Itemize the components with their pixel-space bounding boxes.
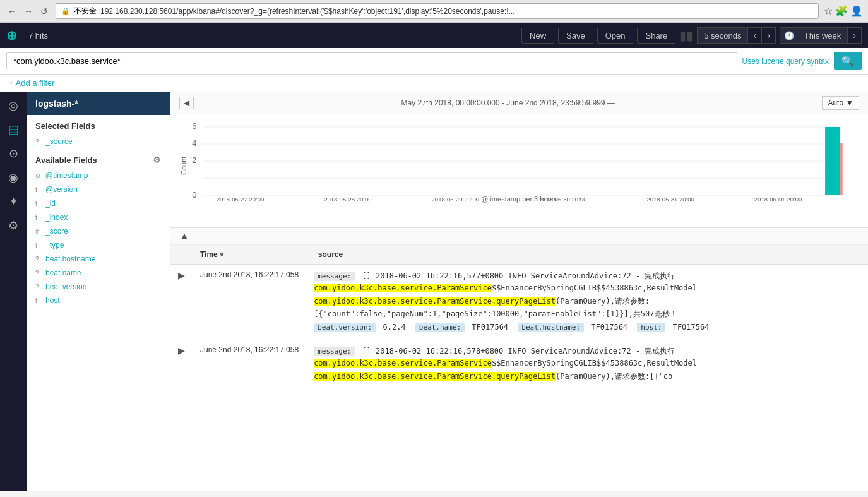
- available-fields-label: Available Fields: [35, 155, 97, 165]
- share-button[interactable]: Share: [637, 28, 675, 44]
- svg-rect-16: [840, 143, 843, 195]
- security-label: 不安全: [74, 6, 97, 16]
- field-name-beat-version: beat.version: [45, 282, 86, 291]
- prev-refresh-button[interactable]: ‹: [747, 28, 761, 43]
- interval-selector[interactable]: Auto ▼: [822, 96, 859, 110]
- svg-text:2018-05-28 20:00: 2018-05-28 20:00: [324, 196, 372, 203]
- host-badge-1: host:: [637, 323, 665, 332]
- field-host[interactable]: t host: [27, 294, 170, 308]
- source-line-4: com.yidoo.k3c.base.service.ParamService.…: [314, 371, 860, 383]
- field-name-index: _index: [45, 213, 68, 222]
- nav-dashboard-icon[interactable]: ⊙: [9, 147, 18, 160]
- content-area: ◀ May 27th 2018, 00:00:00.000 - June 2nd…: [170, 92, 868, 491]
- nav-visualize-icon[interactable]: ▤: [8, 123, 19, 136]
- highlight-service-1: com.yidoo.k3c.base.service.ParamService: [314, 284, 492, 292]
- expand-cell-2: ▶: [170, 340, 193, 390]
- bookmark-icon[interactable]: ☆: [824, 5, 833, 17]
- filter-bar: + Add a filter: [0, 75, 868, 92]
- profile-icon[interactable]: 👤: [850, 5, 863, 17]
- field-index[interactable]: t _index: [27, 210, 170, 224]
- svg-text:6: 6: [192, 122, 196, 131]
- svg-text:2018-05-27 20:00: 2018-05-27 20:00: [217, 196, 265, 203]
- field-score[interactable]: # _score: [27, 224, 170, 238]
- field-type-field[interactable]: t _type: [27, 238, 170, 252]
- nav-timelion-icon[interactable]: ◉: [8, 171, 18, 184]
- field-id[interactable]: t _id: [27, 196, 170, 210]
- beat-hostname-badge-1: beat.hostname:: [518, 323, 584, 332]
- field-beat-version[interactable]: ? beat.version: [27, 280, 170, 294]
- beat-version-val-1: 6.2.4: [383, 323, 405, 332]
- col-time-header[interactable]: Time ▿: [193, 245, 306, 265]
- source-text-prefix-1: [] 2018-06-02 16:22:16,577+0800 INFO Ser…: [362, 272, 675, 280]
- field-timestamp[interactable]: ⊙ @timestamp: [27, 169, 170, 183]
- field-type-score: #: [35, 228, 42, 235]
- source-middle-2: $$EnhancerBySpringCGLIB$$4538863c,Result…: [492, 359, 697, 368]
- fields-settings-icon[interactable]: ⚙: [153, 155, 161, 165]
- field-beat-name[interactable]: ? beat.name: [27, 266, 170, 280]
- time-range-display: May 27th 2018, 00:00:00.000 - June 2nd 2…: [200, 99, 816, 107]
- field-type-beat-hostname: ?: [35, 256, 42, 263]
- field-name-host: host: [45, 296, 60, 305]
- lucene-syntax-link[interactable]: Uses lucene query syntax: [742, 57, 829, 66]
- back-button[interactable]: ←: [5, 5, 19, 18]
- security-icon: 🔒: [61, 7, 70, 15]
- search-input[interactable]: [6, 52, 737, 69]
- forward-button[interactable]: →: [21, 5, 35, 18]
- message-badge-2: message:: [314, 347, 355, 356]
- expand-all-button[interactable]: ▲: [179, 231, 189, 242]
- new-button[interactable]: New: [521, 28, 554, 44]
- expand-cell-1: ▶: [170, 265, 193, 340]
- source-text-prefix-2: [] 2018-06-02 16:22:16,578+0800 INFO Ser…: [362, 347, 675, 356]
- time-range-value: This week: [798, 28, 848, 43]
- refresh-interval-control[interactable]: 5 seconds ‹ ›: [697, 27, 776, 44]
- selected-field-source[interactable]: ? _source: [27, 135, 170, 148]
- next-refresh-button[interactable]: ›: [761, 28, 775, 43]
- svg-text:0: 0: [192, 191, 196, 200]
- field-type-beat-name: ?: [35, 270, 42, 277]
- kibana-logo: ⊕: [6, 28, 17, 43]
- field-type-host: t: [35, 297, 42, 304]
- time-range-expand-button[interactable]: ›: [847, 28, 861, 43]
- results-area[interactable]: Time ▿ _source ▶ June 2nd 2018, 16:22:17…: [170, 245, 868, 491]
- collapse-chart-button[interactable]: ◀: [179, 97, 194, 109]
- save-button[interactable]: Save: [558, 28, 593, 44]
- nav-discover-icon[interactable]: ◎: [8, 99, 18, 112]
- expand-row-button-1[interactable]: ▶: [178, 270, 185, 280]
- field-version[interactable]: t @version: [27, 183, 170, 196]
- source-line-3: message: [] 2018-06-02 16:22:16,578+0800…: [314, 345, 860, 369]
- y-axis-label: Count: [180, 156, 187, 174]
- time-cell-1: June 2nd 2018, 16:22:17.058: [193, 265, 306, 340]
- refresh-interval-value: 5 seconds: [698, 28, 747, 43]
- clock-icon: 🕐: [780, 28, 798, 43]
- browser-nav[interactable]: ← → ↺: [5, 5, 51, 18]
- expand-row-button-2[interactable]: ▶: [178, 345, 185, 356]
- fields-sidebar: logstash-* Selected Fields ? _source Ava…: [27, 92, 170, 491]
- field-name-score: _score: [45, 227, 68, 236]
- highlight-method-2: com.yidoo.k3c.base.service.ParamService.…: [314, 372, 556, 381]
- nav-devtools-icon[interactable]: ✦: [9, 195, 18, 208]
- address-bar[interactable]: 🔒 不安全 192.168.230.128:5601/app/kibana#/d…: [56, 3, 819, 19]
- open-button[interactable]: Open: [597, 28, 634, 44]
- add-filter-button[interactable]: + Add a filter: [9, 78, 55, 88]
- svg-rect-15: [825, 127, 840, 195]
- search-bar: Uses lucene query syntax 🔍: [0, 48, 868, 75]
- search-button[interactable]: 🔍: [834, 52, 862, 70]
- extension-icon[interactable]: 🧩: [835, 5, 848, 17]
- chart-container: Count 6 4 2 0 2018-05-27 20:00 2018-05-2…: [170, 114, 868, 228]
- time-range-control[interactable]: 🕐 This week ›: [780, 27, 862, 44]
- index-pattern-header[interactable]: logstash-*: [27, 92, 170, 115]
- field-name-label: _source: [45, 137, 73, 146]
- field-type-version: t: [35, 186, 42, 193]
- source-middle-1: $$EnhancerBySpringCGLIB$$4538863c,Result…: [492, 284, 697, 292]
- source-cell-1: message: [] 2018-06-02 16:22:16,577+0800…: [306, 265, 868, 340]
- kibana-topbar: ⊕ 7 hits New Save Open Share ▮▮ 5 second…: [0, 23, 868, 48]
- field-name-timestamp: @timestamp: [45, 171, 88, 180]
- field-beat-hostname[interactable]: ? beat.hostname: [27, 252, 170, 266]
- time-cell-2: June 2nd 2018, 16:22:17.058: [193, 340, 306, 390]
- reload-button[interactable]: ↺: [38, 5, 51, 18]
- nav-settings-icon[interactable]: ⚙: [8, 219, 18, 232]
- chart-header: ◀ May 27th 2018, 00:00:00.000 - June 2nd…: [170, 92, 868, 114]
- highlight-service-2: com.yidoo.k3c.base.service.ParamService: [314, 359, 492, 368]
- field-type-icon: ?: [35, 138, 42, 145]
- field-name-beat-name: beat.name: [45, 268, 81, 277]
